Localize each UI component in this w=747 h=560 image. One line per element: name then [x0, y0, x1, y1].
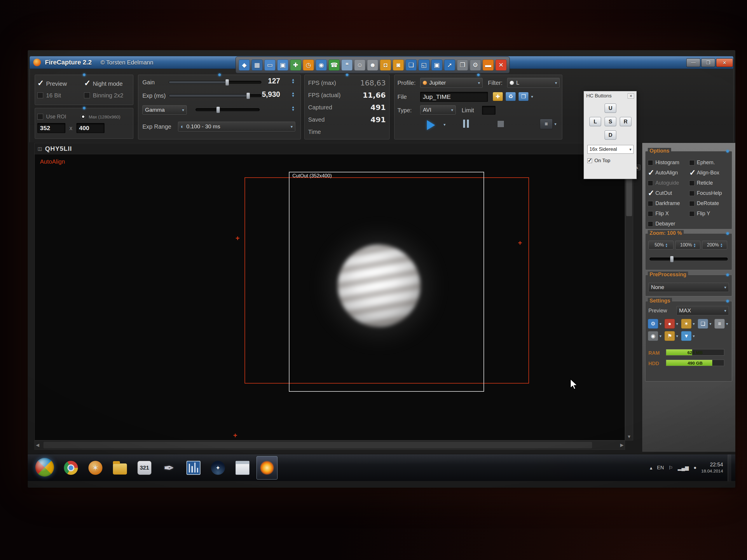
option-item[interactable]: Debayer: [648, 219, 689, 229]
chevron-down-icon[interactable]: [676, 334, 678, 338]
tools-icon[interactable]: ⚙: [470, 59, 481, 71]
preprocessing-dropdown[interactable]: None: [648, 283, 729, 292]
option-item[interactable]: Histogram: [648, 158, 689, 167]
chevron-down-icon[interactable]: [660, 321, 662, 326]
show-desktop-button[interactable]: [728, 454, 731, 481]
limit-field[interactable]: [482, 106, 495, 115]
close-panel-icon[interactable]: ✕: [495, 59, 507, 71]
file-name-field[interactable]: Jup_TIME: [420, 92, 488, 102]
user-icon[interactable]: ☺: [354, 59, 365, 71]
unlock-icon[interactable]: ◙: [393, 59, 404, 71]
option-item[interactable]: DeRotate: [689, 198, 731, 208]
max-resolution-radio[interactable]: Max (1280x960): [80, 114, 120, 119]
binning-checkbox[interactable]: Binning 2x2: [84, 92, 123, 99]
zoom-level-button[interactable]: 50%: [648, 241, 673, 249]
capture-list-button[interactable]: ≡: [540, 119, 553, 129]
close-button[interactable]: ✕: [716, 58, 733, 67]
gain-slider[interactable]: [169, 81, 261, 84]
file-icon[interactable]: ❏: [698, 319, 708, 329]
camera-settings-icon[interactable]: ◉: [648, 331, 658, 341]
tray-clock[interactable]: 22:54 18.04.2014: [701, 461, 723, 474]
horizontal-scrollbar[interactable]: ◀ ▶: [34, 441, 625, 450]
chevron-down-icon[interactable]: [660, 334, 662, 338]
roi-width-field[interactable]: 352: [37, 123, 66, 133]
gamma-slider[interactable]: [196, 108, 260, 111]
zoom-slider[interactable]: [649, 258, 728, 261]
on-top-checkbox[interactable]: On Top: [587, 158, 611, 164]
filter-dropdown[interactable]: L: [507, 78, 560, 88]
preview-checkbox[interactable]: Preview: [37, 80, 84, 87]
image-preview-area[interactable]: ◫ QHY5LII AutoAlign CutOut (352x400) + +…: [34, 143, 625, 441]
timer-icon[interactable]: ◷: [303, 59, 314, 71]
save-icon[interactable]: ▦: [252, 59, 263, 71]
recycle-icon[interactable]: ♻: [506, 92, 516, 101]
option-item[interactable]: Flip X: [648, 209, 689, 218]
cleanup-icon[interactable]: ▼: [681, 331, 692, 341]
gamma-dropdown[interactable]: Gamma: [143, 105, 187, 115]
option-item[interactable]: Ephem.: [689, 158, 731, 167]
zoom-level-button[interactable]: 200%: [702, 241, 727, 249]
layers-icon[interactable]: ≡: [714, 319, 725, 329]
scroll-right-icon[interactable]: ▶: [619, 441, 625, 449]
language-indicator[interactable]: EN: [657, 465, 664, 471]
night-mode-checkbox[interactable]: Night mode: [84, 80, 123, 87]
chevron-down-icon[interactable]: [693, 321, 695, 326]
profile-dropdown[interactable]: Jupiter: [420, 78, 483, 88]
new-folder-icon[interactable]: ✚: [493, 92, 503, 101]
feather-app-icon[interactable]: ✒: [158, 456, 179, 480]
copy-icon[interactable]: ❐: [457, 59, 468, 71]
option-item[interactable]: Align-Box: [689, 168, 731, 178]
pause-button[interactable]: [462, 119, 470, 129]
chevron-down-icon[interactable]: [726, 321, 728, 326]
volume-icon[interactable]: ●: [694, 465, 697, 471]
notes-icon[interactable]: [232, 456, 253, 480]
chevron-down-icon[interactable]: [443, 122, 445, 127]
slew-rate-dropdown[interactable]: 16x Sidereal: [587, 145, 634, 154]
gamma-spinner[interactable]: [292, 105, 294, 111]
option-item[interactable]: AutoAlign: [648, 168, 689, 178]
start-button[interactable]: [35, 458, 54, 477]
network-icon[interactable]: ▂▄▆: [677, 465, 689, 471]
flag-icon[interactable]: ⚑: [664, 331, 675, 341]
webcam-icon[interactable]: ◉: [316, 59, 327, 71]
media-player-icon[interactable]: 321: [134, 456, 155, 480]
exposure-spinner[interactable]: [292, 91, 294, 97]
hc-right-button[interactable]: R: [620, 117, 632, 126]
option-item[interactable]: CutOut: [648, 188, 689, 198]
hc-stop-button[interactable]: S: [604, 117, 616, 126]
tray-expand-icon[interactable]: ▴: [650, 465, 652, 471]
scrollbar-thumb[interactable]: [44, 442, 592, 448]
action-center-icon[interactable]: ⚐: [669, 465, 673, 471]
option-item[interactable]: Darkframe: [648, 198, 689, 208]
exp-range-dropdown[interactable]: ◐ 0.100 - 30 ms: [178, 122, 295, 132]
display-icon[interactable]: ▭: [264, 59, 276, 71]
users-icon[interactable]: ☻: [367, 59, 378, 71]
vertical-scrollbar[interactable]: ▲ ▼: [625, 143, 633, 441]
minimize-button[interactable]: —: [686, 58, 700, 67]
capture-app-icon[interactable]: [183, 456, 204, 480]
snapshot-icon[interactable]: ▣: [277, 59, 288, 71]
cutout-box[interactable]: CutOut (352x400): [289, 172, 484, 392]
hc-close-icon[interactable]: ✕: [628, 93, 634, 99]
pin-icon[interactable]: ◆: [239, 59, 250, 71]
option-item[interactable]: Flip Y: [689, 209, 731, 218]
hc-left-button[interactable]: L: [589, 117, 601, 126]
restore-button[interactable]: ❐: [701, 58, 715, 67]
scroll-left-icon[interactable]: ◀: [35, 441, 41, 449]
minimize-panel-icon[interactable]: ▬: [483, 59, 494, 71]
option-item[interactable]: Autoguide: [648, 178, 689, 188]
chat-icon[interactable]: ❝: [341, 59, 353, 71]
option-item[interactable]: FocusHelp: [689, 188, 731, 198]
chevron-down-icon[interactable]: [710, 321, 712, 326]
gear-icon[interactable]: ⚙: [648, 319, 658, 329]
explorer-icon[interactable]: [109, 456, 130, 480]
planetarium-icon[interactable]: ✶: [85, 456, 106, 480]
window-icon[interactable]: ❏: [406, 59, 417, 71]
preview-size-dropdown[interactable]: MAX: [676, 306, 729, 315]
lock-icon[interactable]: ◘: [380, 59, 391, 71]
chevron-down-icon[interactable]: [555, 122, 557, 126]
scroll-down-icon[interactable]: ▼: [626, 433, 633, 440]
stop-button[interactable]: [497, 121, 504, 128]
star-icon[interactable]: ✶: [681, 319, 692, 329]
record-icon[interactable]: ●: [664, 319, 675, 329]
